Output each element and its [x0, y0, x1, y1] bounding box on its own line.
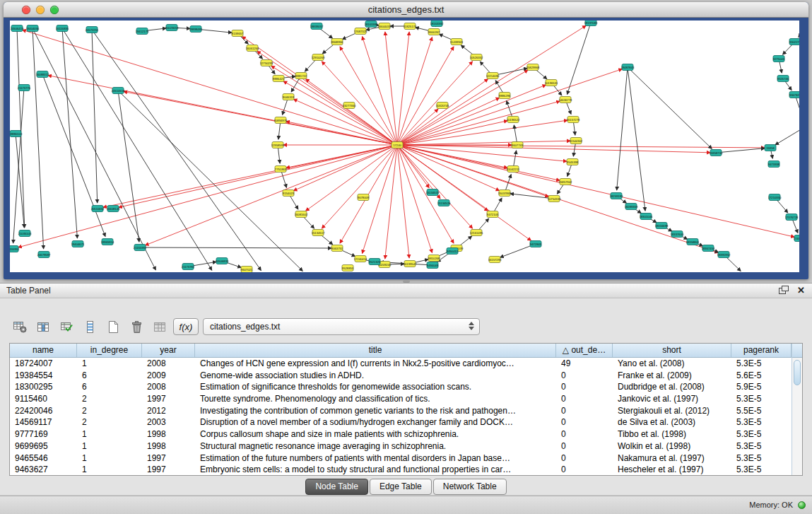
- table-cell-name[interactable]: 22420046: [10, 405, 77, 417]
- close-window-button[interactable]: [22, 6, 30, 14]
- network-node[interactable]: 15958730: [710, 150, 723, 156]
- network-node[interactable]: 20506833: [216, 258, 229, 264]
- network-node[interactable]: 9494049: [427, 262, 439, 269]
- column-header-in_degree[interactable]: in_degree: [77, 344, 142, 357]
- network-edge[interactable]: [397, 145, 433, 252]
- network-node[interactable]: 11825174: [404, 23, 417, 30]
- table-scrollbar[interactable]: [792, 344, 802, 475]
- table-cell-pagerank[interactable]: 5.3E-5: [731, 358, 792, 370]
- table-select-dropdown[interactable]: citations_edges.txt: [203, 318, 480, 335]
- table-cell-name[interactable]: 14569117: [10, 416, 77, 428]
- network-edge[interactable]: [397, 145, 454, 243]
- network-node[interactable]: 16157293: [488, 257, 502, 263]
- network-node[interactable]: 21173776: [18, 85, 31, 91]
- zoom-window-button[interactable]: [50, 6, 59, 14]
- table-cell-short[interactable]: Hescheler et al. (1997): [613, 464, 731, 475]
- table-cell-out_degree[interactable]: 49: [556, 358, 613, 370]
- table-cell-year[interactable]: 1998: [142, 440, 195, 452]
- table-cell-out_degree[interactable]: 0: [556, 464, 613, 475]
- network-node[interactable]: 9810268: [428, 255, 440, 262]
- table-cell-name[interactable]: 9465546: [10, 452, 77, 465]
- table-cell-pagerank[interactable]: 5.9E-5: [731, 381, 792, 393]
- table-cell-short[interactable]: Nakamura et al. (1997): [613, 452, 731, 465]
- tab-node-table[interactable]: Node Table: [305, 479, 368, 495]
- network-node[interactable]: 17460071: [794, 235, 799, 242]
- network-node[interactable]: 18367454: [702, 245, 715, 252]
- network-node[interactable]: 21173782: [182, 264, 195, 270]
- network-node[interactable]: 9473938: [768, 161, 780, 168]
- table-cell-name[interactable]: 9115460: [10, 393, 77, 405]
- show-columns-button[interactable]: [33, 317, 53, 336]
- table-cell-pagerank[interactable]: 5.3E-5: [731, 393, 792, 405]
- network-node[interactable]: 9367829: [789, 92, 799, 98]
- network-edge[interactable]: [92, 30, 98, 203]
- network-node[interactable]: 9326746: [777, 76, 789, 82]
- table-cell-name[interactable]: 9777169: [10, 428, 77, 440]
- network-node[interactable]: 19880103: [10, 131, 23, 137]
- network-node[interactable]: 8848956: [331, 39, 343, 45]
- delete-column-button[interactable]: [126, 317, 146, 336]
- network-edge[interactable]: [385, 145, 397, 259]
- table-cell-title[interactable]: Estimation of the future numbers of pati…: [195, 452, 556, 465]
- network-node[interactable]: 15134519: [426, 189, 440, 196]
- network-edge[interactable]: [397, 37, 433, 145]
- network-node[interactable]: 17376728: [785, 214, 799, 221]
- table-cell-out_degree[interactable]: 0: [556, 416, 613, 428]
- network-node[interactable]: 18301046: [640, 214, 653, 220]
- network-node[interactable]: 16116835: [56, 25, 69, 32]
- network-node[interactable]: 17687325: [354, 28, 367, 35]
- minimize-window-button[interactable]: [36, 6, 45, 14]
- network-node[interactable]: 11042211: [507, 166, 520, 173]
- table-cell-pagerank[interactable]: 5.3E-5: [731, 428, 792, 440]
- table-cell-title[interactable]: Investigating the contribution of common…: [195, 405, 556, 417]
- network-edge[interactable]: [17, 28, 25, 228]
- network-edge[interactable]: [62, 28, 77, 238]
- table-cell-out_degree[interactable]: 0: [556, 393, 613, 405]
- network-node[interactable]: 15134517: [312, 230, 325, 236]
- table-cell-short[interactable]: Tibbo et al. (1998): [613, 428, 731, 440]
- network-node[interactable]: 15857942: [559, 179, 572, 185]
- table-cell-short[interactable]: Franke et al. (2009): [613, 370, 731, 382]
- table-cell-short[interactable]: Jankovic et al. (1997): [613, 393, 731, 405]
- network-edge[interactable]: [140, 247, 331, 248]
- column-header-year[interactable]: year: [142, 344, 195, 357]
- table-row[interactable]: 1830029562008Estimation of significance …: [10, 381, 792, 393]
- table-cell-pagerank[interactable]: 5.6E-5: [731, 370, 792, 382]
- table-cell-pagerank[interactable]: 5.3E-5: [731, 464, 792, 475]
- column-header-short[interactable]: short: [613, 344, 731, 357]
- network-edge[interactable]: [628, 67, 645, 211]
- function-builder-button[interactable]: f(x): [173, 318, 199, 335]
- network-node[interactable]: 20506419: [11, 25, 24, 32]
- network-edge[interactable]: [397, 85, 546, 145]
- table-cell-year[interactable]: 2003: [142, 416, 195, 428]
- table-cell-in_degree[interactable]: 6: [77, 370, 142, 382]
- scrollbar-thumb[interactable]: [794, 360, 801, 385]
- column-header-name[interactable]: name: [10, 344, 77, 357]
- table-row[interactable]: 977716911998Corpus callosum shape and si…: [10, 428, 792, 440]
- network-node[interactable]: 16157278: [567, 117, 580, 123]
- network-edge[interactable]: [397, 101, 560, 145]
- network-node[interactable]: 9678009: [358, 194, 370, 201]
- network-node[interactable]: 18289369: [625, 204, 638, 210]
- table-cell-year[interactable]: 2009: [142, 370, 195, 382]
- network-node[interactable]: 20510516: [112, 88, 125, 94]
- table-cell-out_degree[interactable]: 0: [556, 381, 613, 393]
- close-panel-icon[interactable]: ✕: [797, 286, 805, 296]
- network-node[interactable]: 15134520: [437, 200, 451, 206]
- network-node[interactable]: 18163386: [365, 21, 378, 28]
- network-node[interactable]: 10526352: [470, 54, 483, 61]
- column-header-pagerank[interactable]: pagerank: [731, 344, 792, 357]
- table-row[interactable]: 1456911722003Disruption of a novel membe…: [10, 416, 792, 428]
- import-table-button[interactable]: [150, 317, 170, 336]
- network-edge[interactable]: [118, 90, 139, 242]
- network-node[interactable]: 12161495: [470, 230, 483, 236]
- table-cell-short[interactable]: Wolkin et al. (1998): [613, 440, 731, 452]
- network-node[interactable]: 15037869: [498, 190, 512, 197]
- table-cell-short[interactable]: Yano et al. (2008): [613, 358, 731, 370]
- network-node[interactable]: 9886421: [273, 76, 285, 82]
- network-node[interactable]: 8139657: [232, 30, 244, 37]
- select-mode-button[interactable]: [57, 317, 76, 336]
- network-node[interactable]: 18197083: [584, 21, 598, 26]
- network-node[interactable]: 10196531: [545, 80, 558, 86]
- network-edge[interactable]: [363, 37, 398, 145]
